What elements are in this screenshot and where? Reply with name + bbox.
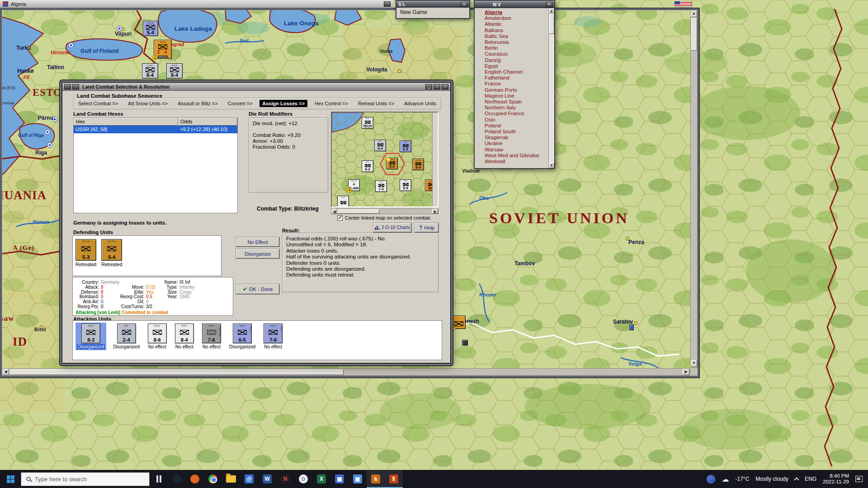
menu-item-new-game[interactable]: New Game (400, 9, 427, 15)
map-vertical-scrollbar[interactable]: ▲ ▼ (690, 10, 698, 367)
tray-app-icon[interactable] (707, 475, 715, 483)
horizontal-scroll-thumb[interactable] (10, 369, 344, 375)
unit-counter[interactable] (462, 340, 468, 346)
scroll-right-button[interactable]: ▶ (432, 209, 438, 214)
word-icon[interactable]: W (258, 470, 276, 488)
language-indicator[interactable]: ENG (805, 476, 816, 482)
location-list-item[interactable]: Skagerrak (485, 135, 548, 141)
subphase-step[interactable]: Assign Losses => (259, 100, 307, 107)
location-list-item[interactable]: Algeria (485, 9, 548, 15)
attacking-unit-slot[interactable]: XXX8-3Disorganized (75, 323, 106, 350)
unit-counter[interactable]: XXX5-4 (143, 21, 158, 36)
excel-icon[interactable]: X (312, 470, 330, 488)
search-input[interactable]: Type here to search (21, 472, 150, 486)
location-list-item[interactable]: Warsaw (485, 147, 548, 153)
unit-counter[interactable]: XXX8-4 (142, 63, 158, 79)
center-map-checkbox[interactable] (337, 215, 343, 221)
attacking-unit-slot[interactable]: XXX8-4No effect (174, 323, 195, 350)
unit-counter[interactable]: XXX7-6DAK Arm (202, 324, 221, 343)
location-list-item[interactable]: France (485, 81, 548, 87)
firefox-icon[interactable] (186, 470, 204, 488)
charts-button[interactable]: 2-D-10 Charts (373, 223, 411, 232)
location-list-item[interactable]: Belorussia (485, 39, 548, 45)
scroll-left-button[interactable]: ◀ (331, 209, 337, 214)
location-list-item[interactable]: Caucasus (485, 51, 548, 57)
location-list-item[interactable]: Westwall (485, 159, 548, 164)
unit-counter[interactable]: XXXX5-3 (75, 239, 96, 261)
unit-counter[interactable]: XXX8-3 (81, 324, 100, 343)
attacking-unit-slot[interactable]: XXX7-6DAK ArmNo effect (201, 323, 222, 350)
weather-text[interactable]: Mostly cloudy (755, 476, 788, 482)
unit-counter[interactable]: XXX7-6FIN (264, 324, 283, 343)
mail-icon[interactable]: @ (240, 470, 258, 488)
location-list-item[interactable]: Amsterdam (485, 15, 548, 21)
vertical-scroll-thumb[interactable] (691, 18, 697, 51)
map-view-titlebar[interactable]: M V × (475, 1, 554, 8)
dialog-pin-icon[interactable] (72, 84, 79, 89)
notification-center-icon[interactable] (855, 476, 863, 482)
location-list-item[interactable]: English Channel (485, 69, 548, 75)
unit-counter[interactable]: XXX2 4Submarine2 (154, 40, 172, 59)
location-list-item[interactable]: Egypt (485, 63, 548, 69)
map-horizontal-scrollbar[interactable]: ◀ ▶ (2, 368, 690, 375)
game-1-icon[interactable]: ♞ (367, 470, 385, 488)
weather-temp[interactable]: -17°C (735, 476, 749, 482)
column-header-hex[interactable]: Hex (74, 118, 178, 126)
clock[interactable]: 8:40 PM 2022-11-29 (823, 473, 849, 485)
unit-counter[interactable]: Fokker✈E.4904 (348, 179, 360, 191)
subphase-step[interactable]: Advance Units (401, 100, 439, 107)
unit-counter[interactable]: XXX8-3 (362, 160, 373, 172)
minimize-icon[interactable]: ▁ (425, 84, 432, 89)
unit-counter[interactable]: XXX8-4 (166, 63, 183, 79)
photos-icon[interactable]: ▣ (349, 470, 367, 488)
scroll-up-button[interactable]: ▲ (549, 8, 554, 14)
scroll-up-button[interactable]: ▲ (691, 10, 697, 17)
unit-counter[interactable]: XXX5-5 (400, 179, 411, 191)
chevron-up-icon[interactable] (794, 477, 799, 482)
location-list-item[interactable]: Balkans (485, 28, 548, 33)
combat-hex-row[interactable]: USSR [42, 58]+9.2 (+12.2B) (46:10) (74, 126, 237, 133)
minimap-horizontal-scrollbar[interactable]: ◀ ▶ (331, 208, 439, 214)
attacking-unit-slot[interactable]: XXX7-6FINNo effect (262, 323, 284, 350)
subphase-step[interactable]: Select Combat => (75, 100, 121, 107)
close-icon[interactable]: × (442, 84, 448, 89)
location-list-item[interactable]: Northeast Spain (485, 99, 548, 105)
subphase-step[interactable]: Convert => (225, 100, 255, 107)
maximize-icon[interactable]: □ (434, 84, 440, 89)
location-list-item[interactable]: Baltic Sea (485, 33, 548, 39)
no-effect-button[interactable]: No Effect (236, 237, 279, 247)
task-view-icon[interactable] (150, 470, 168, 488)
main-window-titlebar[interactable]: Algeria (0, 0, 393, 8)
chrome-icon[interactable] (204, 470, 222, 488)
location-list-item[interactable]: Poland South (485, 129, 548, 135)
unit-counter[interactable]: 7 (452, 315, 466, 329)
location-list-item[interactable]: West Med and Gibraltar (485, 153, 548, 159)
game-2-icon[interactable]: ♜ (385, 470, 403, 488)
unit-counter[interactable]: XXX5(2)3 (362, 117, 373, 129)
steam-icon[interactable] (168, 470, 186, 488)
calculator-icon[interactable]: ▦ (330, 470, 349, 488)
help-button[interactable]: ? Help (415, 223, 439, 232)
file-explorer-icon[interactable] (222, 470, 240, 488)
disorganize-button[interactable]: Disorganize (236, 249, 279, 258)
notepad-icon[interactable]: N (276, 470, 294, 488)
unit-counter[interactable]: XXX (337, 196, 349, 207)
attacking-unit-slot[interactable]: XXX6-5FINDisorganized (228, 323, 257, 350)
attacking-unit-slot[interactable]: XXX8-6No effect (146, 323, 168, 350)
location-list-item[interactable]: Danzig (485, 57, 548, 63)
scroll-down-button[interactable]: ▼ (549, 163, 554, 168)
new-game-titlebar[interactable]: S L × (396, 1, 469, 8)
start-button[interactable] (0, 470, 21, 488)
unit-counter[interactable]: XXXX5-3 (386, 158, 398, 169)
dialog-system-icon[interactable] (64, 84, 71, 89)
close-icon[interactable]: × (546, 2, 552, 7)
scroll-thumb[interactable] (338, 209, 379, 214)
location-list-item[interactable]: Poland (485, 123, 548, 129)
location-list-item[interactable]: Ukraine (485, 141, 548, 146)
location-list-item[interactable]: Atlantic (485, 21, 548, 27)
media-icon[interactable]: D (294, 470, 312, 488)
unit-counter[interactable] (629, 324, 634, 330)
scroll-right-button[interactable]: ▶ (683, 369, 689, 375)
ok-done-button[interactable]: OK - Done (236, 284, 279, 294)
subphase-step[interactable]: Att Snow Units => (125, 100, 170, 107)
